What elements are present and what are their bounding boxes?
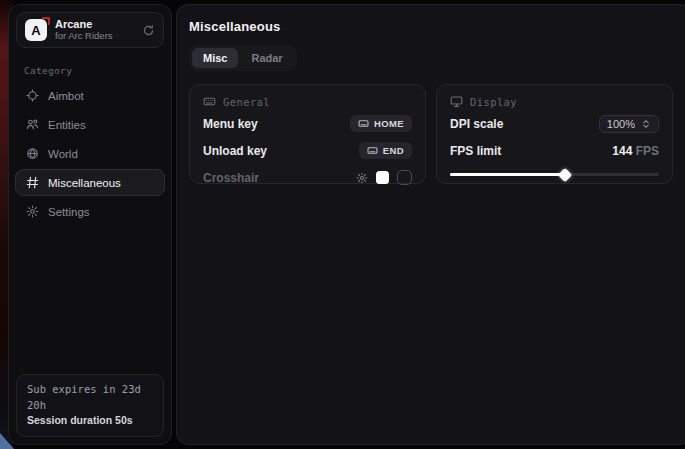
keyboard-icon	[358, 118, 369, 129]
grid-icon	[25, 176, 39, 189]
keyboard-icon	[367, 145, 378, 156]
sidebar-item-miscellaneous[interactable]: Miscellaneous	[15, 169, 165, 196]
fps-limit-value: 144 FPS	[612, 144, 659, 158]
app-header: A Arcane for Arc Riders	[16, 12, 164, 48]
fps-limit-label: FPS limit	[450, 144, 501, 158]
crosshair-settings-gear-icon[interactable]	[356, 172, 368, 184]
app-logo: A	[25, 19, 47, 41]
gear-icon	[25, 205, 39, 218]
crosshair-icon	[25, 89, 39, 102]
panel-title: Display	[470, 96, 517, 108]
globe-icon	[25, 147, 39, 160]
subscription-info: Sub expires in 23d 20h Session duration …	[16, 374, 164, 437]
tab-bar: Misc Radar	[189, 45, 297, 71]
sidebar-item-label: Aimbot	[48, 90, 84, 102]
sidebar-item-world[interactable]: World	[15, 140, 165, 167]
sidebar-item-aimbot[interactable]: Aimbot	[15, 82, 165, 109]
crosshair-checkbox[interactable]	[397, 170, 412, 185]
menu-key-bind-button[interactable]: HOME	[350, 115, 412, 132]
fps-slider-thumb[interactable]	[558, 167, 572, 181]
page-title: Miscellaneous	[189, 19, 685, 34]
fps-limit-row: FPS limit 144 FPS	[450, 139, 659, 162]
unload-key-label: Unload key	[203, 144, 267, 158]
display-panel: Display DPI scale 100% FPS limit 144	[436, 84, 673, 184]
monitor-icon	[450, 95, 463, 108]
tab-misc[interactable]: Misc	[192, 48, 238, 68]
chevrons-up-down-icon	[641, 119, 651, 129]
sidebar-item-entities[interactable]: Entities	[15, 111, 165, 138]
dpi-scale-select[interactable]: 100%	[599, 115, 659, 133]
sidebar-item-label: Entities	[48, 119, 86, 131]
sidebar-item-settings[interactable]: Settings	[15, 198, 165, 225]
fps-slider-fill	[450, 173, 565, 176]
entities-icon	[25, 118, 39, 131]
menu-key-row: Menu key HOME	[203, 112, 412, 135]
general-panel: General Menu key HOME Unload key	[189, 84, 426, 184]
sidebar-item-label: Settings	[48, 206, 90, 218]
sidebar-item-label: Miscellaneous	[48, 177, 121, 189]
crosshair-label: Crosshair	[203, 171, 259, 185]
refresh-icon[interactable]	[142, 24, 155, 37]
sub-expiry-text: Sub expires in 23d 20h	[27, 382, 153, 414]
main-content: Miscellaneous Misc Radar General Menu ke…	[176, 4, 685, 445]
app-subtitle: for Arc Riders	[55, 31, 134, 42]
app-name: Arcane	[55, 18, 134, 31]
keyboard-icon	[203, 95, 216, 108]
sidebar: A Arcane for Arc Riders Category Aimbot	[8, 4, 172, 445]
panel-title: General	[223, 96, 270, 108]
dpi-scale-row: DPI scale 100%	[450, 112, 659, 135]
dpi-scale-label: DPI scale	[450, 117, 503, 131]
crosshair-color-swatch[interactable]	[376, 171, 389, 184]
fps-limit-slider[interactable]	[450, 167, 659, 181]
session-duration-text: Session duration 50s	[27, 413, 153, 429]
category-label: Category	[24, 65, 171, 76]
sidebar-item-label: World	[48, 148, 78, 160]
sidebar-nav: Aimbot Entities World	[9, 82, 171, 225]
unload-key-bind-button[interactable]: END	[359, 142, 412, 159]
menu-key-label: Menu key	[203, 117, 258, 131]
crosshair-row: Crosshair	[203, 166, 412, 189]
unload-key-row: Unload key END	[203, 139, 412, 162]
tab-radar[interactable]: Radar	[240, 48, 293, 68]
